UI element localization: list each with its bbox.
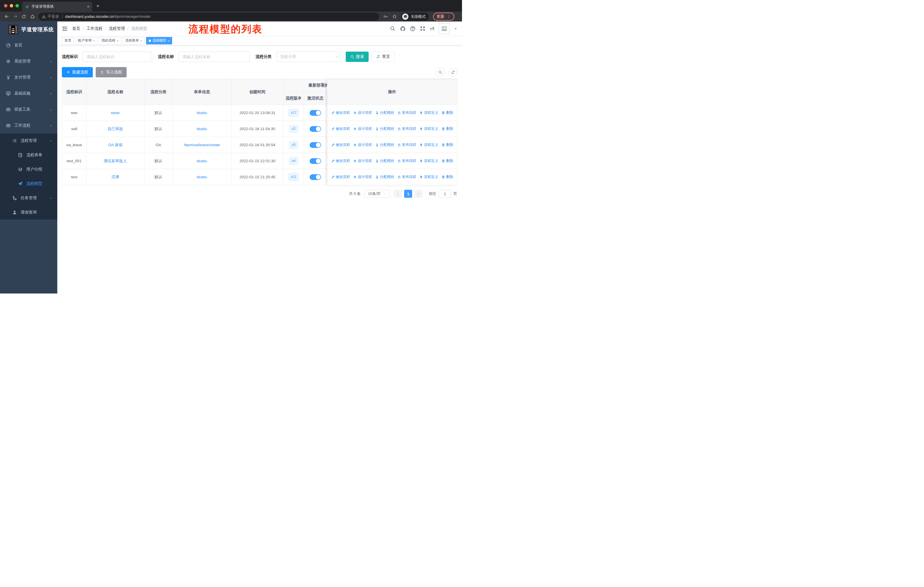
browser-tab[interactable]: 芋道管理系统 × [22,2,92,12]
menu-dots-icon[interactable] [447,14,451,19]
new-tab-button[interactable]: + [96,3,99,9]
zoom-window-button[interactable] [15,4,19,7]
action-删除[interactable]: 删除 [441,159,453,164]
action-删除[interactable]: 删除 [441,175,453,179]
action-分配规则[interactable]: 分配规则 [375,175,394,179]
process-category-select[interactable]: 流程分类 [276,51,343,62]
process-name-link[interactable]: 滔博 [111,175,119,180]
version-tag[interactable]: v21 [288,173,299,181]
minimize-window-button[interactable] [10,4,13,7]
tag-租户管理[interactable]: 租户管理× [75,37,97,45]
close-window-button[interactable] [4,4,7,7]
prev-page-button[interactable] [394,190,402,198]
action-删除[interactable]: 删除 [441,142,453,147]
close-icon[interactable]: × [117,39,118,42]
key-icon[interactable] [383,14,388,19]
action-流程定义[interactable]: 流程定义 [419,175,438,179]
breadcrumb-item[interactable]: 首页 [72,26,80,31]
action-删除[interactable]: 删除 [441,126,453,131]
search-icon[interactable] [390,26,396,31]
process-name-link[interactable]: 自己审批 [108,126,123,132]
action-设计流程[interactable]: 设计流程 [353,110,372,115]
tag-首页[interactable]: 首页 [62,37,74,45]
fullscreen-icon[interactable] [420,26,426,31]
reset-button[interactable]: 重置 [372,51,395,62]
active-toggle[interactable] [310,174,321,180]
form-info-link[interactable]: biubiu [197,111,207,115]
process-id-input[interactable] [86,55,148,59]
action-设计流程[interactable]: 设计流程 [353,126,372,131]
action-设计流程[interactable]: 设计流程 [353,159,372,164]
hamburger-icon[interactable] [62,26,68,31]
form-info-link[interactable]: biubiu [197,127,207,131]
action-设计流程[interactable]: 设计流程 [353,175,372,179]
sidebar-item-任务管理[interactable]: 任务管理 [0,191,57,205]
action-发布流程[interactable]: 发布流程 [397,110,416,115]
action-分配规则[interactable]: 分配规则 [375,126,394,131]
github-icon[interactable] [400,26,406,31]
process-name-input[interactable] [179,51,250,62]
sidebar-item-工作流程[interactable]: 工作流程 [0,117,57,134]
tag-流程表单[interactable]: 流程表单× [122,37,145,45]
back-icon[interactable] [2,13,11,21]
breadcrumb-item[interactable]: 工作流程 [86,26,102,31]
action-流程定义[interactable]: 流程定义 [419,159,438,164]
close-icon[interactable]: × [140,39,142,42]
action-发布流程[interactable]: 发布流程 [397,159,416,164]
font-size-icon[interactable]: TT [430,26,434,31]
update-label[interactable]: 更新 [437,14,444,19]
sidebar-item-流程管理[interactable]: 流程管理 [0,134,57,148]
tab-close-icon[interactable]: × [87,4,89,9]
page-size-select[interactable]: 10条/页 [365,190,390,198]
action-流程定义[interactable]: 流程定义 [419,110,438,115]
version-tag[interactable]: v17 [288,109,299,117]
version-tag[interactable]: v2 [289,125,298,133]
action-分配规则[interactable]: 分配规则 [375,110,394,115]
process-id-input[interactable] [83,51,152,62]
action-分配规则[interactable]: 分配规则 [375,142,394,147]
form-info-link[interactable]: biubiu [197,175,207,179]
action-删除[interactable]: 删除 [441,110,453,115]
caret-down-icon[interactable] [454,27,457,30]
process-name-link[interactable]: eeee [111,111,119,115]
action-修改流程[interactable]: 修改流程 [331,175,350,179]
sidebar-item-流程模型[interactable]: 流程模型 [0,177,57,191]
sidebar-item-首页[interactable]: 首页 [0,37,57,53]
next-page-button[interactable] [414,190,422,198]
question-icon[interactable] [410,26,416,31]
refresh-table-button[interactable] [449,68,457,76]
toggle-search-button[interactable] [436,68,444,76]
page-number-button[interactable]: 1 [404,190,412,198]
star-icon[interactable] [392,14,397,19]
update-button[interactable]: 更新 [433,13,454,21]
process-name-link[interactable]: OA 请假 [108,142,122,147]
active-toggle[interactable] [310,158,321,164]
form-info-link[interactable]: /bpm/oa/leave/create [184,143,220,147]
sidebar-item-流程表单[interactable]: 流程表单 [0,148,57,162]
security-label[interactable]: 不安全 [48,14,59,19]
action-发布流程[interactable]: 发布流程 [397,126,416,131]
search-button[interactable]: 搜索 [346,51,369,62]
action-流程定义[interactable]: 流程定义 [419,142,438,147]
action-分配规则[interactable]: 分配规则 [375,159,394,164]
process-name-input[interactable] [182,55,246,59]
sidebar-item-研发工具[interactable]: 研发工具 [0,101,57,117]
active-toggle[interactable] [310,142,321,148]
action-流程定义[interactable]: 流程定义 [419,126,438,131]
forward-icon[interactable] [11,13,20,21]
active-toggle[interactable] [310,110,321,116]
sidebar-item-支付管理[interactable]: 支付管理 [0,69,57,85]
sidebar-item-系统管理[interactable]: 系统管理 [0,53,57,69]
active-toggle[interactable] [310,126,321,132]
close-icon[interactable]: × [93,39,95,42]
process-name-link[interactable]: 测试多审批人 [104,159,127,164]
sidebar-item-请假查询[interactable]: 请假查询 [0,205,57,220]
avatar[interactable] [439,23,450,34]
home-icon[interactable] [28,13,37,21]
version-tag[interactable]: v5 [289,141,298,149]
tag-流程模型[interactable]: 流程模型× [146,37,172,45]
goto-page-input[interactable]: 1 [439,190,451,198]
action-修改流程[interactable]: 修改流程 [331,142,350,147]
action-发布流程[interactable]: 发布流程 [397,142,416,147]
action-修改流程[interactable]: 修改流程 [331,159,350,164]
